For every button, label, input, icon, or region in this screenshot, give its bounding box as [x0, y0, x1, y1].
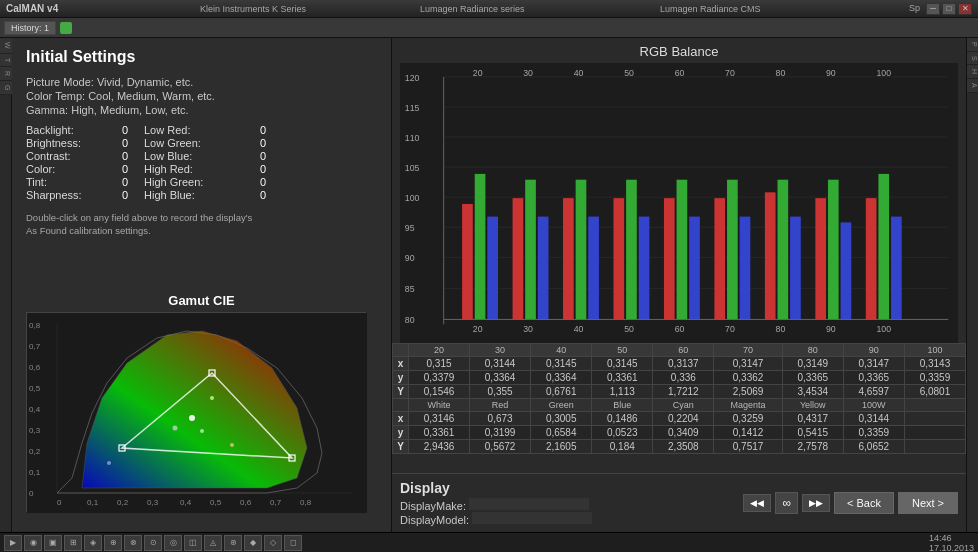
brightness-label: Brightness:: [26, 137, 106, 149]
col2-100w: 100W: [843, 399, 904, 412]
taskbar-icon-3[interactable]: ⊞: [64, 535, 82, 551]
sharpness-val[interactable]: 0: [110, 189, 140, 201]
taskbar-icon-7[interactable]: ⊙: [144, 535, 162, 551]
x1-60: 0,3137: [653, 357, 714, 371]
svg-text:90: 90: [826, 324, 836, 334]
history-button[interactable]: History: 1: [4, 21, 56, 35]
svg-text:70: 70: [725, 324, 735, 334]
x2-yellow: 0,4317: [782, 412, 843, 426]
taskbar: ▶ ◉ ▣ ⊞ ◈ ⊕ ⊗ ⊙ ◎ ◫ ◬ ⊛ ◆ ◇ ◻ 14:46 17.1…: [0, 532, 978, 552]
Y2-blue: 0,184: [592, 440, 653, 454]
svg-text:50: 50: [624, 324, 634, 334]
center-mid-label: Lumagen Radiance series: [420, 4, 525, 14]
rgb-chart-title: RGB Balance: [400, 44, 958, 59]
x1-50: 0,3145: [592, 357, 653, 371]
taskbar-icon-2[interactable]: ▣: [44, 535, 62, 551]
window-controls: Sp ─ □ ✕: [909, 3, 972, 15]
svg-rect-82: [677, 180, 688, 320]
backlight-val[interactable]: 0: [110, 124, 140, 136]
svg-rect-76: [576, 180, 587, 320]
x1-90: 0,3147: [843, 357, 904, 371]
display-model-label: DisplayModel:: [400, 514, 469, 526]
taskbar-icon-4[interactable]: ◈: [84, 535, 102, 551]
Y2-100w: 6,0652: [843, 440, 904, 454]
taskbar-icon-10[interactable]: ◬: [204, 535, 222, 551]
left-tab-item[interactable]: W: [0, 38, 12, 54]
svg-text:80: 80: [405, 315, 415, 325]
svg-text:0,3: 0,3: [29, 426, 41, 435]
highred-val[interactable]: 0: [248, 163, 278, 175]
picture-mode-line: Picture Mode: Vivid, Dynamic, etc.: [26, 76, 377, 88]
highred-label: High Red:: [144, 163, 244, 175]
left-tab-item3[interactable]: R: [0, 67, 12, 81]
taskbar-icon-13[interactable]: ◇: [264, 535, 282, 551]
taskbar-icon-1[interactable]: ◉: [24, 535, 42, 551]
col2-red: Red: [470, 399, 531, 412]
svg-rect-70: [475, 174, 486, 320]
close-button[interactable]: ✕: [958, 3, 972, 15]
back-button[interactable]: < Back: [834, 492, 894, 514]
maximize-button[interactable]: □: [942, 3, 956, 15]
svg-rect-93: [866, 198, 877, 319]
lowgreen-val[interactable]: 0: [248, 137, 278, 149]
row-Y2-label: Y: [393, 440, 409, 454]
right-tab-about[interactable]: A: [967, 79, 978, 93]
highblue-val[interactable]: 0: [248, 189, 278, 201]
Y1-80: 3,4534: [782, 385, 843, 399]
highblue-label: High Blue:: [144, 189, 244, 201]
svg-rect-69: [462, 204, 473, 319]
highgreen-val[interactable]: 0: [248, 176, 278, 188]
app-right-label: Sp: [909, 3, 920, 15]
y2-white: 0,3361: [409, 426, 470, 440]
tint-val[interactable]: 0: [110, 176, 140, 188]
svg-text:110: 110: [405, 133, 420, 143]
lowblue-val[interactable]: 0: [248, 150, 278, 162]
color-val[interactable]: 0: [110, 163, 140, 175]
media-prev-button[interactable]: ◀◀: [743, 494, 771, 512]
svg-text:100: 100: [876, 68, 891, 78]
taskbar-icon-8[interactable]: ◎: [164, 535, 182, 551]
svg-rect-79: [626, 180, 637, 320]
row-Y1-label: Y: [393, 385, 409, 399]
taskbar-icon-11[interactable]: ⊛: [224, 535, 242, 551]
svg-text:0,5: 0,5: [29, 384, 41, 393]
Y1-100: 6,0801: [904, 385, 965, 399]
right-tab-hint[interactable]: H: [967, 65, 978, 79]
right-tab-properties[interactable]: P: [967, 38, 978, 52]
Y1-20: 0,1546: [409, 385, 470, 399]
col-80: 80: [782, 344, 843, 357]
taskbar-time: 14:46 17.10.2013: [929, 533, 974, 553]
x1-70: 0,3147: [714, 357, 782, 371]
right-tab-settings[interactable]: S: [967, 52, 978, 66]
table-row-x1: x 0,315 0,3144 0,3145 0,3145 0,3137 0,31…: [393, 357, 966, 371]
taskbar-icon-5[interactable]: ⊕: [104, 535, 122, 551]
col2-cyan: Cyan: [653, 399, 714, 412]
infinity-button[interactable]: ∞: [775, 492, 798, 514]
left-tab-item4[interactable]: G: [0, 81, 12, 95]
display-model-value[interactable]: [472, 512, 592, 524]
svg-text:30: 30: [523, 324, 533, 334]
start-button[interactable]: ▶: [4, 535, 22, 551]
row-x2-label: x: [393, 412, 409, 426]
taskbar-icon-9[interactable]: ◫: [184, 535, 202, 551]
contrast-val[interactable]: 0: [110, 150, 140, 162]
svg-rect-87: [765, 192, 776, 319]
svg-text:40: 40: [574, 324, 584, 334]
second-bar: History: 1: [0, 18, 978, 38]
taskbar-icon-6[interactable]: ⊗: [124, 535, 142, 551]
brightness-val[interactable]: 0: [110, 137, 140, 149]
lowred-val[interactable]: 0: [248, 124, 278, 136]
taskbar-icon-12[interactable]: ◆: [244, 535, 262, 551]
svg-rect-75: [563, 198, 574, 319]
col2-empty2: [904, 399, 965, 412]
left-tab-item2[interactable]: T: [0, 54, 12, 67]
taskbar-icon-14[interactable]: ◻: [284, 535, 302, 551]
display-make-value[interactable]: [469, 498, 589, 510]
x2-red: 0,673: [470, 412, 531, 426]
media-next-button[interactable]: ▶▶: [802, 494, 830, 512]
tint-label: Tint:: [26, 176, 106, 188]
minimize-button[interactable]: ─: [926, 3, 940, 15]
x2-white: 0,3146: [409, 412, 470, 426]
next-button[interactable]: Next >: [898, 492, 958, 514]
Y1-50: 1,113: [592, 385, 653, 399]
